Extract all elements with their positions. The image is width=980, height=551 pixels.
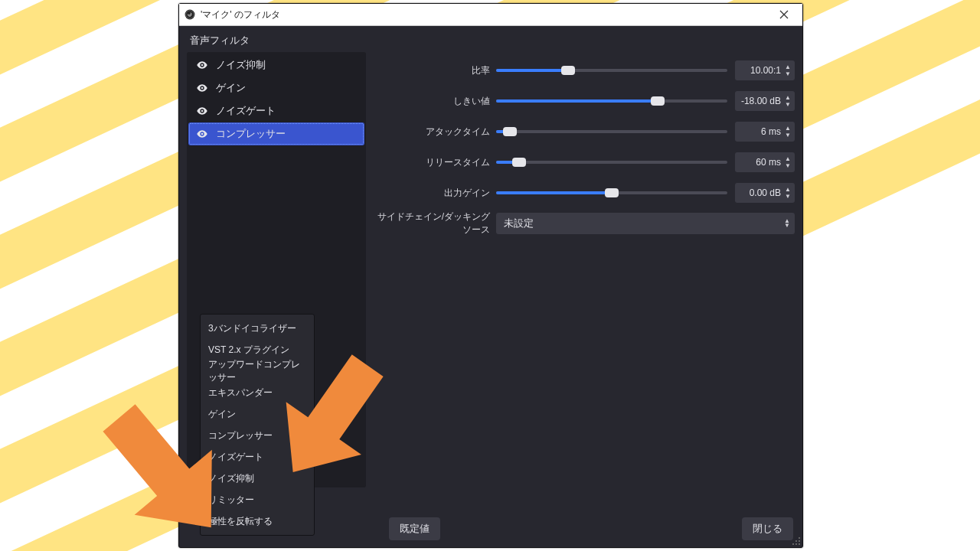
eye-icon	[196, 59, 208, 71]
label-outgain: 出力ゲイン	[374, 187, 496, 200]
close-window-button[interactable]	[769, 5, 799, 24]
svg-point-5	[201, 133, 204, 135]
arrow-annotation-1	[260, 333, 413, 486]
filter-item[interactable]: ノイズゲート	[188, 99, 364, 122]
close-icon	[779, 10, 789, 19]
resize-grip-icon[interactable]	[792, 536, 801, 546]
spin-threshold[interactable]: -18.00 dB ▲▼	[735, 91, 795, 111]
filter-item[interactable]: ノイズ抑制	[188, 54, 364, 77]
prop-row-outgain: 出力ゲイン 0.00 dB ▲▼	[374, 178, 795, 208]
svg-point-10	[795, 540, 797, 542]
chevron-updown-icon: ▲▼	[784, 219, 790, 228]
select-sidechain[interactable]: 未設定 ▲▼	[496, 213, 795, 234]
spin-attack[interactable]: 6 ms ▲▼	[735, 122, 795, 142]
prop-row-sidechain: サイドチェイン/ダッキングソース 未設定 ▲▼	[374, 208, 795, 239]
prop-row-attack: アタックタイム 6 ms ▲▼	[374, 116, 795, 147]
svg-point-8	[799, 540, 800, 542]
label-sidechain: サイドチェイン/ダッキングソース	[374, 210, 496, 236]
prop-row-ratio: 比率 10.00:1 ▲▼	[374, 55, 795, 86]
label-ratio: 比率	[374, 64, 496, 77]
arrow-annotation-2	[73, 379, 241, 547]
svg-point-4	[201, 110, 204, 112]
svg-point-11	[799, 537, 800, 539]
svg-point-6	[799, 543, 800, 545]
eye-icon	[196, 105, 208, 117]
svg-point-7	[795, 543, 797, 545]
stepper-ratio[interactable]: ▲▼	[782, 62, 793, 79]
stepper-threshold[interactable]: ▲▼	[782, 93, 793, 109]
spin-outgain[interactable]: 0.00 dB ▲▼	[735, 183, 795, 203]
slider-ratio[interactable]	[496, 63, 727, 78]
prop-row-threshold: しきい値 -18.00 dB ▲▼	[374, 86, 795, 116]
slider-release[interactable]	[496, 155, 727, 170]
filter-name: コンプレッサー	[211, 127, 286, 141]
value-sidechain: 未設定	[504, 217, 534, 230]
svg-point-2	[201, 64, 204, 67]
filter-item[interactable]: ゲイン	[188, 77, 364, 99]
visibility-toggle[interactable]	[193, 82, 211, 94]
obs-icon	[184, 8, 196, 21]
slider-attack[interactable]	[496, 124, 727, 139]
section-label: 音声フィルタ	[179, 26, 802, 52]
filter-name: ゲイン	[211, 81, 246, 95]
prop-row-release: リリースタイム 60 ms ▲▼	[374, 147, 795, 178]
svg-point-9	[792, 543, 794, 545]
close-button[interactable]: 閉じる	[742, 517, 793, 540]
window-title: 'マイク' のフィルタ	[201, 8, 769, 21]
label-threshold: しきい値	[374, 95, 496, 108]
spin-release[interactable]: 60 ms ▲▼	[735, 152, 795, 172]
visibility-toggle[interactable]	[193, 59, 211, 71]
slider-threshold[interactable]	[496, 93, 727, 109]
defaults-button[interactable]: 既定値	[389, 517, 440, 540]
visibility-toggle[interactable]	[193, 105, 211, 117]
filter-properties-panel: 比率 10.00:1 ▲▼ しきい値	[374, 52, 795, 510]
svg-point-3	[201, 87, 204, 90]
filter-name: ノイズゲート	[211, 104, 276, 118]
stepper-outgain[interactable]: ▲▼	[782, 184, 793, 201]
label-release: リリースタイム	[374, 156, 496, 169]
slider-outgain[interactable]	[496, 185, 727, 201]
spin-ratio[interactable]: 10.00:1 ▲▼	[735, 60, 795, 80]
stepper-attack[interactable]: ▲▼	[782, 123, 793, 140]
filter-name: ノイズ抑制	[211, 58, 266, 72]
stepper-release[interactable]: ▲▼	[782, 154, 793, 171]
eye-icon	[196, 128, 208, 140]
visibility-toggle[interactable]	[193, 128, 211, 140]
titlebar: 'マイク' のフィルタ	[179, 4, 802, 26]
label-attack: アタックタイム	[374, 126, 496, 139]
filter-item[interactable]: コンプレッサー	[188, 122, 364, 145]
eye-icon	[196, 82, 208, 94]
